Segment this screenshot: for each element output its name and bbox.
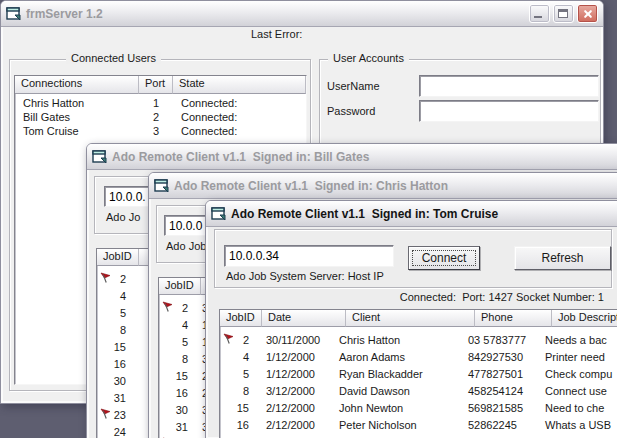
maximize-icon (558, 9, 568, 18)
connection-name: Tom Cruise (15, 125, 139, 137)
table-row[interactable]: Bill Gates 2 Connected: (15, 110, 306, 124)
host-ip-label: Ado Job System Server: Host IP (226, 270, 384, 282)
job-date: 1/12/2000 (249, 368, 333, 380)
job-description: Printer need (539, 351, 617, 363)
column-header-connections[interactable]: Connections (15, 76, 139, 94)
column-header-jobid[interactable]: JobID (220, 310, 262, 327)
job-description: Needs a bac (539, 334, 617, 346)
minimize-button[interactable] (529, 4, 550, 23)
vb-form-icon (154, 179, 169, 193)
job-description: Connect use (539, 385, 617, 397)
connection-port: 1 (139, 97, 173, 109)
job-id: 2 (233, 334, 249, 346)
job-date: 2/12/2000 (249, 419, 333, 431)
job-id: 2 (172, 302, 188, 314)
maximize-button[interactable] (553, 4, 574, 23)
connect-button[interactable]: Connect (408, 246, 480, 270)
titlebar-chris-hatton[interactable]: Ado Remote Client v1.1 Signed in: Chris … (149, 173, 617, 199)
minimize-icon (534, 16, 542, 18)
column-header-client[interactable]: Client (346, 310, 475, 327)
table-row[interactable]: 5 1/12/2000 Ryan Blackadder 477827501 Ch… (220, 365, 617, 382)
job-id: 31 (110, 392, 126, 404)
job-date: 30/11/2000 (249, 334, 333, 346)
window-title: Ado Remote Client v1.1 Signed in: Tom Cr… (231, 207, 498, 221)
job-client: John Newton (333, 402, 462, 414)
table-row[interactable]: 2 30/11/2000 Chris Hatton 03 5783777 Nee… (220, 331, 617, 348)
vb-form-icon (211, 207, 226, 221)
table-row[interactable]: 16 2/12/2000 Peter Nicholson 52862245 Wh… (220, 416, 617, 433)
job-id: 16 (110, 358, 126, 370)
job-id: 30 (110, 375, 126, 387)
connection-state: Connected: (173, 125, 303, 137)
job-phone: 03 5783777 (462, 334, 539, 346)
password-label: Password (327, 105, 375, 117)
table-row[interactable]: Chris Hatton 1 Connected: (15, 96, 306, 110)
job-id: 16 (172, 387, 188, 399)
job-id: 8 (110, 324, 126, 336)
column-header-phone[interactable]: Phone (475, 310, 552, 327)
job-client: Chris Hatton (333, 334, 462, 346)
job-phone: 52862245 (462, 419, 539, 431)
titlebar-bill-gates[interactable]: Ado Remote Client v1.1 Signed in: Bill G… (87, 144, 617, 170)
job-date: 2/12/2000 (249, 402, 333, 414)
table-row[interactable]: Tom Cruise 3 Connected: (15, 124, 306, 138)
connection-state: Connected: (173, 111, 303, 123)
column-header-state[interactable]: State (173, 76, 306, 94)
connected-users-group-label: Connected Users (66, 52, 161, 64)
column-header-port[interactable]: Port (139, 76, 173, 94)
last-error-label: Last Error: (251, 28, 302, 40)
table-row[interactable]: 4 1/12/2000 Aaron Adams 842927530 Printe… (220, 348, 617, 365)
column-header-date[interactable]: Date (262, 310, 346, 327)
job-client: David Dawson (333, 385, 462, 397)
jobs-table-header: JobID Date Client Phone Job Descript (220, 310, 617, 327)
jobs-table[interactable]: JobID Date Client Phone Job Descript 2 3… (219, 309, 617, 438)
titlebar-frmserver[interactable]: frmServer 1.2 (1, 1, 603, 27)
refresh-button-label: Refresh (541, 251, 583, 265)
window-title: Ado Remote Client v1.1 Signed in: Bill G… (112, 150, 369, 164)
vb-form-icon (6, 7, 21, 21)
job-description: Check compu (539, 368, 617, 380)
job-id: 4 (110, 290, 126, 302)
job-id: 15 (110, 341, 126, 353)
job-id: 5 (172, 336, 188, 348)
host-ip-input[interactable] (224, 245, 394, 267)
vb-form-icon (92, 150, 107, 164)
table-row[interactable]: 8 3/12/2000 David Dawson 458254124 Conne… (220, 382, 617, 399)
table-row[interactable]: 15 2/12/2000 John Newton 569821585 Need … (220, 399, 617, 416)
connection-state: Connected: (173, 97, 303, 109)
column-header-jobid[interactable]: JobID (97, 249, 139, 266)
table-row[interactable]: 30 3/12/2000 Ryan Rush 6390587 Computer … (220, 433, 617, 438)
job-id: 4 (172, 319, 188, 331)
job-phone: 477827501 (462, 368, 539, 380)
job-phone: 569821585 (462, 402, 539, 414)
window-client-tom-cruise: Ado Remote Client v1.1 Signed in: Tom Cr… (205, 200, 617, 438)
job-date: 3/12/2000 (249, 385, 333, 397)
desktop: frmServer 1.2 Last Error: Connected User… (0, 0, 617, 438)
titlebar-tom-cruise[interactable]: Ado Remote Client v1.1 Signed in: Tom Cr… (206, 201, 617, 227)
host-ip-label: Ado Job (166, 240, 206, 252)
column-header-job-description[interactable]: Job Descript (552, 310, 617, 327)
username-label: UserName (327, 80, 380, 92)
connected-users-header: Connections Port State (15, 76, 306, 94)
caption-buttons (529, 4, 598, 23)
close-button[interactable] (577, 4, 598, 23)
host-ip-label: Ado Jo (106, 211, 140, 223)
user-accounts-group-label: User Accounts (328, 52, 409, 64)
job-id: 15 (233, 402, 249, 414)
job-phone: 842927530 (462, 351, 539, 363)
job-id: 4 (233, 351, 249, 363)
connection-port: 3 (139, 125, 173, 137)
connection-status: Connected: Port: 1427 Socket Number: 1 (356, 291, 604, 303)
connection-name: Bill Gates (15, 111, 139, 123)
connection-name: Chris Hatton (15, 97, 139, 109)
connection-port: 2 (139, 111, 173, 123)
password-field[interactable] (419, 100, 599, 122)
window-title: frmServer 1.2 (26, 7, 103, 21)
job-client: Aaron Adams (333, 351, 462, 363)
username-field[interactable] (419, 75, 599, 97)
column-header-jobid[interactable]: JobID (159, 278, 201, 295)
refresh-button[interactable]: Refresh (514, 246, 611, 270)
job-id: 16 (233, 419, 249, 431)
job-id: 24 (110, 426, 126, 438)
job-id: 8 (172, 353, 188, 365)
